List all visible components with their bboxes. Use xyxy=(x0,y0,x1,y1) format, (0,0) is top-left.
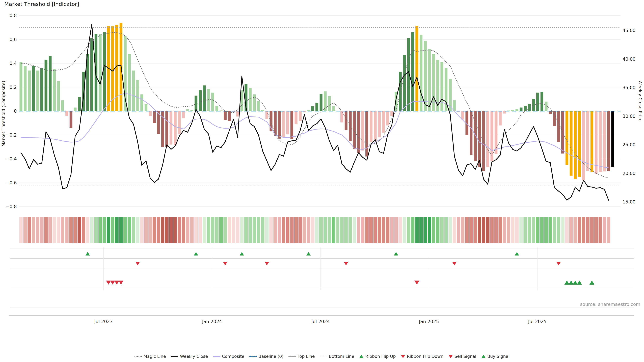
left-axis-tick-label: −0.2 xyxy=(6,132,17,138)
left-axis-tick-label: −0.6 xyxy=(6,180,17,185)
ribbon-cell xyxy=(544,217,548,243)
ribbon-cell xyxy=(261,217,264,243)
sell-signal-marker xyxy=(414,281,420,285)
threshold-bar xyxy=(278,111,281,139)
legend-item-sell-signal: Sell Signal xyxy=(448,354,476,359)
threshold-bar xyxy=(478,111,481,167)
ribbon-cell xyxy=(490,217,494,243)
sell-signal-marker xyxy=(118,281,124,285)
ribbon-flip-down-marker xyxy=(265,262,269,266)
threshold-bar xyxy=(320,94,322,111)
legend-item-weekly-close: Weekly Close xyxy=(171,354,208,359)
sell-signal-marker xyxy=(110,281,115,285)
threshold-bar xyxy=(144,104,148,111)
source-attribution: source: sharemaestro.com xyxy=(580,302,640,307)
ribbon-cell xyxy=(311,217,314,243)
threshold-bar xyxy=(420,35,422,111)
sell-signal-marker xyxy=(106,281,111,285)
ribbon-cell xyxy=(590,217,594,243)
legend-line-sample xyxy=(213,356,220,357)
left-axis-tick-label: 0.4 xyxy=(10,61,17,66)
ribbon-cell xyxy=(432,217,435,243)
ribbon-cell xyxy=(224,217,227,243)
ribbon-cell xyxy=(582,217,585,243)
ribbon-cell xyxy=(278,217,281,243)
ribbon-cell xyxy=(65,217,68,243)
ribbon-cell xyxy=(578,217,581,243)
ribbon-cell xyxy=(465,217,469,243)
threshold-bar xyxy=(416,26,418,111)
threshold-bar xyxy=(74,108,77,111)
ribbon-cell xyxy=(552,217,556,243)
ribbon-cell xyxy=(482,217,485,243)
ribbon-cell xyxy=(386,217,390,243)
ribbon-cell xyxy=(61,217,64,243)
ribbon-cell xyxy=(90,217,94,243)
ribbon-cell xyxy=(182,217,185,243)
threshold-bar xyxy=(607,111,610,171)
threshold-bar xyxy=(378,111,381,137)
ribbon-cell xyxy=(424,217,427,243)
ribbon-cell xyxy=(40,217,44,243)
ribbon-cell xyxy=(461,217,464,243)
ribbon-cell xyxy=(165,217,168,243)
threshold-bar xyxy=(361,111,364,150)
ribbon-cell xyxy=(128,217,131,243)
ribbon-cell xyxy=(152,217,156,243)
legend-item-buy-signal: Buy Signal xyxy=(481,354,510,359)
ribbon-cell xyxy=(57,217,60,243)
threshold-bar xyxy=(328,96,331,111)
triangle-down-icon xyxy=(401,355,405,358)
threshold-bar xyxy=(132,70,135,111)
ribbon-cell xyxy=(111,217,114,243)
triangle-up-icon xyxy=(359,355,364,358)
threshold-bar xyxy=(557,111,560,142)
threshold-bar xyxy=(224,111,226,120)
threshold-bar xyxy=(566,111,568,165)
ribbon-flip-down-marker xyxy=(344,262,348,266)
ribbon-cell xyxy=(469,217,473,243)
buy-signal-marker xyxy=(573,281,578,285)
ribbon-cell xyxy=(336,217,340,243)
ribbon-cell xyxy=(411,217,414,243)
legend-item-composite: Composite xyxy=(213,354,244,359)
ribbon-cell xyxy=(161,217,164,243)
ribbon-cell xyxy=(240,217,244,243)
ribbon-cell xyxy=(507,217,510,243)
plot-svg: 0.80.60.40.20−0.2−0.4−0.6−0.845.0040.003… xyxy=(0,0,644,362)
threshold-bar xyxy=(470,111,472,155)
threshold-bar xyxy=(49,56,52,111)
x-axis-tick-label: Jul 2025 xyxy=(528,319,546,324)
ribbon-flip-up-marker xyxy=(515,252,519,256)
ribbon-flip-down-marker xyxy=(223,262,228,266)
ribbon-cell xyxy=(453,217,456,243)
threshold-bar xyxy=(128,54,131,111)
threshold-bar xyxy=(78,97,81,111)
ribbon-cell xyxy=(248,217,252,243)
threshold-bar xyxy=(140,94,143,111)
threshold-bar xyxy=(349,111,352,141)
threshold-bar xyxy=(528,104,531,111)
ribbon-cell xyxy=(565,217,569,243)
x-axis-tick-label: Jul 2023 xyxy=(94,319,113,324)
chart-canvas: Market Threshold [Indicator] Market Thre… xyxy=(0,0,644,362)
ribbon-cell xyxy=(520,217,523,243)
ribbon-cell xyxy=(440,217,444,243)
threshold-bar xyxy=(20,62,22,111)
ribbon-cell xyxy=(528,217,531,243)
ribbon-cell xyxy=(574,217,577,243)
threshold-bar xyxy=(382,111,385,133)
threshold-bar xyxy=(53,69,56,111)
legend-label: Sell Signal xyxy=(454,354,476,359)
left-axis-tick-label: 0.8 xyxy=(10,13,17,18)
buy-signal-marker xyxy=(589,281,594,285)
ribbon-flip-up-marker xyxy=(194,252,198,256)
ribbon-cell xyxy=(494,217,498,243)
ribbon-cell xyxy=(569,217,573,243)
legend-label: Ribbon Flip Down xyxy=(407,354,444,359)
ribbon-cell xyxy=(598,217,602,243)
threshold-bar xyxy=(178,111,181,134)
legend: Magic LineWeekly CloseCompositeBaseline … xyxy=(0,354,644,359)
ribbon-flip-up-marker xyxy=(306,252,311,256)
threshold-bar xyxy=(516,109,518,111)
